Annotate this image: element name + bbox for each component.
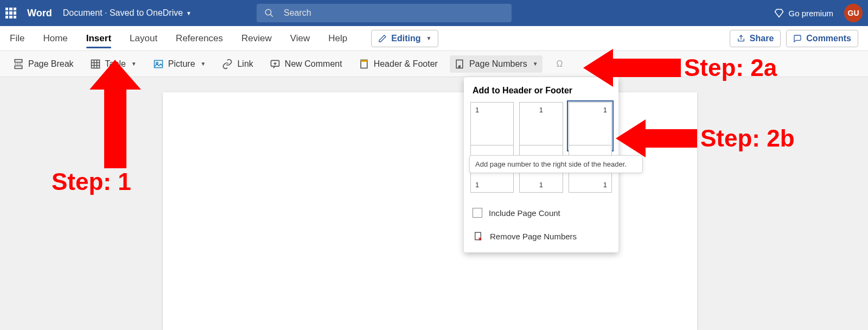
page-numbers-icon: # — [454, 59, 465, 69]
include-page-count-label: Include Page Count — [489, 208, 560, 218]
symbol-button[interactable]: Ω — [550, 55, 570, 73]
tile-number: 1 — [475, 106, 479, 114]
svg-line-1 — [270, 14, 273, 17]
app-name: Word — [27, 8, 52, 19]
header-left-tile[interactable]: 1 — [470, 102, 514, 150]
comments-label: Comments — [806, 34, 851, 43]
svg-point-0 — [265, 9, 271, 15]
header-footer-icon — [359, 59, 369, 69]
comments-button[interactable]: Comments — [786, 30, 858, 47]
tab-file[interactable]: File — [10, 26, 24, 50]
editing-mode-button[interactable]: Editing ▼ — [371, 30, 438, 47]
remove-page-numbers-label: Remove Page Numbers — [490, 232, 577, 241]
menu-tabs: File Home Insert Layout References Revie… — [0, 26, 868, 51]
header-center-tile[interactable]: 1 — [519, 102, 563, 150]
tile-tooltip: Add page number to the right side of the… — [469, 155, 643, 173]
tab-layout[interactable]: Layout — [130, 26, 157, 50]
search-icon — [264, 8, 274, 18]
chevron-down-icon: ▼ — [186, 10, 192, 16]
link-button[interactable]: Link — [218, 55, 257, 73]
page-numbers-label: Page Numbers — [469, 59, 527, 69]
omega-icon: Ω — [554, 59, 565, 69]
avatar-initials: GU — [848, 9, 859, 17]
comment-icon — [793, 34, 802, 43]
page-numbers-dropdown: Add to Header or Footer 1 1 1 Add page n… — [464, 77, 618, 252]
new-comment-icon — [270, 59, 280, 69]
chevron-down-icon: ▼ — [426, 35, 432, 41]
svg-rect-5 — [15, 66, 22, 68]
tile-number: 1 — [539, 106, 543, 114]
page-numbers-button[interactable]: # Page Numbers ▼ — [450, 55, 542, 73]
tab-home[interactable]: Home — [43, 26, 67, 50]
pencil-icon — [378, 34, 387, 43]
premium-icon — [774, 8, 784, 18]
header-tiles-row: 1 1 1 — [464, 102, 618, 150]
tab-references[interactable]: References — [176, 26, 223, 50]
share-icon — [737, 34, 745, 43]
table-label: Table — [105, 59, 126, 69]
link-label: Link — [237, 59, 253, 69]
tab-review[interactable]: Review — [241, 26, 272, 50]
search-placeholder: Search — [284, 8, 311, 18]
document-canvas — [0, 77, 868, 330]
chevron-down-icon: ▼ — [533, 61, 538, 67]
page-break-icon — [13, 59, 24, 69]
page-break-label: Page Break — [28, 59, 74, 69]
chevron-down-icon: ▼ — [201, 61, 206, 67]
go-premium-label: Go premium — [788, 9, 833, 18]
share-label: Share — [750, 34, 774, 43]
header-footer-button[interactable]: Header & Footer — [354, 55, 442, 73]
table-button[interactable]: Table ▼ — [86, 55, 141, 73]
ribbon-insert: Page Break Table ▼ Picture ▼ Link New Co… — [0, 51, 868, 77]
svg-rect-6 — [91, 60, 99, 68]
tab-help[interactable]: Help — [328, 26, 347, 50]
tab-insert[interactable]: Insert — [86, 26, 111, 50]
new-comment-button[interactable]: New Comment — [265, 55, 347, 73]
new-comment-label: New Comment — [285, 59, 342, 69]
link-icon — [222, 59, 233, 69]
search-input[interactable]: Search — [257, 4, 512, 22]
share-button[interactable]: Share — [730, 30, 781, 47]
svg-rect-3 — [15, 59, 22, 62]
tab-view[interactable]: View — [290, 26, 310, 50]
app-launcher-icon[interactable] — [5, 8, 16, 18]
picture-label: Picture — [168, 59, 195, 69]
tile-number: 1 — [603, 181, 607, 189]
tile-number: 1 — [603, 106, 607, 114]
remove-page-numbers-row[interactable]: Remove Page Numbers — [464, 224, 618, 248]
tile-number: 1 — [539, 181, 543, 189]
title-bar: Word Document · Saved to OneDrive ▼ Sear… — [0, 0, 868, 26]
include-page-count-checkbox[interactable] — [473, 208, 482, 218]
svg-text:#: # — [459, 65, 461, 68]
avatar[interactable]: GU — [844, 4, 863, 22]
header-right-tile[interactable]: 1 — [569, 102, 612, 150]
editing-label: Editing — [391, 34, 420, 43]
include-page-count-row[interactable]: Include Page Count — [464, 201, 618, 224]
table-icon — [90, 59, 101, 69]
tile-number: 1 — [475, 181, 479, 189]
svg-rect-17 — [361, 60, 367, 61]
document-title-text: Document · Saved to OneDrive — [63, 8, 183, 18]
page-break-button[interactable]: Page Break — [9, 55, 78, 73]
svg-marker-2 — [775, 9, 783, 17]
document-title[interactable]: Document · Saved to OneDrive ▼ — [63, 8, 192, 18]
dropdown-heading: Add to Header or Footer — [464, 77, 618, 102]
remove-page-numbers-icon — [473, 231, 483, 242]
go-premium-button[interactable]: Go premium — [774, 8, 833, 18]
picture-icon — [153, 59, 164, 69]
picture-button[interactable]: Picture ▼ — [149, 55, 210, 73]
chevron-down-icon: ▼ — [131, 61, 137, 67]
header-footer-label: Header & Footer — [374, 59, 438, 69]
